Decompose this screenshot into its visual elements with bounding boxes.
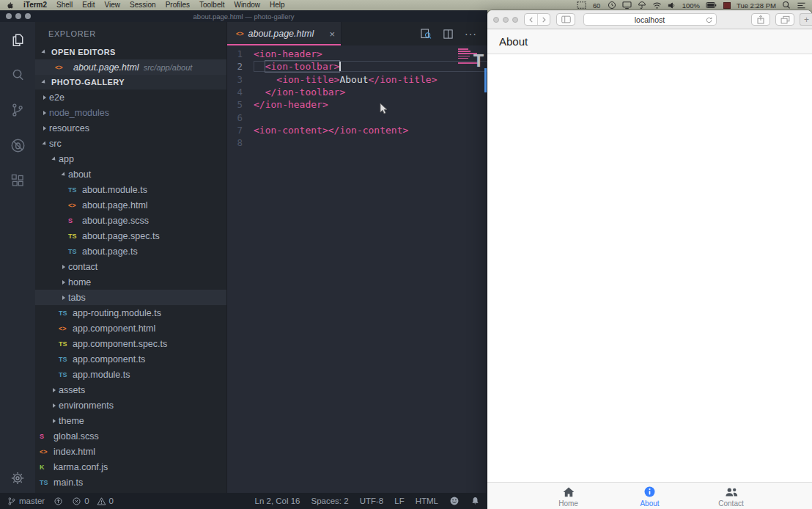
eol-setting[interactable]: LF: [394, 497, 404, 505]
tree-item-app.component.html[interactable]: <>app.component.html: [35, 321, 226, 336]
open-editors-section[interactable]: OPEN EDITORS: [35, 45, 226, 59]
line-number[interactable]: 7: [227, 125, 254, 136]
sync-changes-button[interactable]: [53, 497, 63, 506]
code-line-1[interactable]: 1<ion-header>: [227, 48, 487, 60]
code-line-7[interactable]: 7<ion-content></ion-content>: [227, 124, 487, 136]
tree-item-main.ts[interactable]: TSmain.ts: [35, 475, 226, 490]
debug-icon[interactable]: [0, 128, 35, 163]
tree-item-index.html[interactable]: <>index.html: [35, 444, 226, 459]
tree-item-app.component.spec.ts[interactable]: TSapp.component.spec.ts: [35, 336, 226, 351]
cursor-position[interactable]: Ln 2, Col 16: [255, 497, 300, 505]
zoom-window-button[interactable]: [25, 13, 31, 19]
tab-home[interactable]: Home: [528, 483, 609, 509]
code-editor[interactable]: 1<ion-header>2 <ion-toolbar>3 <ion-title…: [227, 45, 487, 493]
code-line-5[interactable]: 5</ion-header>: [227, 98, 487, 111]
menu-item-session[interactable]: Session: [130, 0, 156, 10]
menu-item-help[interactable]: Help: [270, 0, 285, 10]
tree-item-about.module.ts[interactable]: TSabout.module.ts: [35, 182, 226, 197]
menu-bar-clock[interactable]: Tue 2:28 PM: [737, 1, 776, 10]
language-mode[interactable]: HTML: [416, 497, 438, 505]
forward-button[interactable]: [537, 14, 550, 25]
tab-contact[interactable]: Contact: [690, 483, 772, 509]
clock-icon[interactable]: [608, 1, 616, 10]
files-icon[interactable]: [0, 22, 35, 57]
minimize-window-button[interactable]: [15, 13, 21, 19]
extensions-icon[interactable]: [0, 163, 35, 198]
line-number[interactable]: 1: [227, 48, 254, 59]
refresh-icon[interactable]: [705, 16, 713, 24]
code-line-3[interactable]: 3 <ion-title>About</ion-title>: [227, 73, 487, 86]
tree-item-about.page.spec.ts[interactable]: TSabout.page.spec.ts: [35, 228, 226, 243]
settings-gear-icon[interactable]: [0, 471, 35, 486]
tree-item-karma.conf.js[interactable]: Kkarma.conf.js: [35, 459, 226, 475]
menu-item-toolbelt[interactable]: Toolbelt: [199, 0, 224, 10]
spotlight-icon[interactable]: [782, 1, 791, 10]
git-branch-indicator[interactable]: master: [7, 497, 45, 506]
line-number[interactable]: 5: [227, 99, 254, 110]
display-icon[interactable]: [622, 1, 632, 10]
wifi-icon[interactable]: [652, 1, 662, 10]
app-status-icon[interactable]: [723, 2, 731, 9]
minimize-window-button[interactable]: [503, 17, 509, 23]
close-window-button[interactable]: [6, 13, 12, 19]
source-control-icon[interactable]: [0, 92, 35, 128]
tree-item-contact[interactable]: contact: [35, 259, 226, 274]
tree-item-app.module.ts[interactable]: TSapp.module.ts: [35, 367, 226, 382]
umbrella-icon[interactable]: [638, 1, 646, 10]
line-number[interactable]: 6: [227, 112, 254, 123]
apple-menu-icon[interactable]: [6, 1, 14, 10]
code-line-6[interactable]: 6: [227, 111, 487, 123]
tab-about[interactable]: About: [609, 483, 690, 509]
code-line-8[interactable]: 8: [227, 136, 487, 149]
share-icon[interactable]: [751, 13, 770, 26]
tree-item-app.component.ts[interactable]: TSapp.component.ts: [35, 351, 226, 367]
zoom-window-button[interactable]: [512, 17, 518, 23]
tree-item-theme[interactable]: theme: [35, 413, 226, 428]
tree-item-app[interactable]: app: [35, 151, 226, 166]
close-window-button[interactable]: [493, 17, 499, 23]
open-editor-item[interactable]: <> about.page.html src/app/about: [35, 59, 226, 75]
notification-center-icon[interactable]: [797, 1, 806, 10]
tree-item-environments[interactable]: environments: [35, 398, 226, 413]
tree-item-about[interactable]: about: [35, 166, 226, 182]
notifications-bell-icon[interactable]: [470, 496, 480, 506]
address-bar[interactable]: localhost: [583, 13, 717, 26]
project-section[interactable]: PHOTO-GALLERY: [35, 75, 226, 89]
menu-item-profiles[interactable]: Profiles: [166, 0, 190, 10]
back-button[interactable]: [525, 14, 537, 25]
tree-item-src[interactable]: src: [35, 136, 226, 151]
line-number[interactable]: 2: [227, 61, 254, 72]
tree-item-assets[interactable]: assets: [35, 382, 226, 398]
counter-badge-icon[interactable]: 60: [592, 1, 602, 10]
screen-capture-icon[interactable]: [577, 1, 586, 10]
line-number[interactable]: 4: [227, 87, 254, 98]
tree-item-e2e[interactable]: e2e: [35, 89, 226, 105]
tree-item-global.scss[interactable]: Sglobal.scss: [35, 428, 226, 444]
tab-about-page-html[interactable]: <> about.page.html ×: [227, 22, 342, 45]
code-line-4[interactable]: 4 </ion-toolbar>: [227, 86, 487, 98]
line-number[interactable]: 3: [227, 74, 254, 85]
more-actions-icon[interactable]: ···: [465, 28, 477, 40]
battery-icon[interactable]: [706, 1, 717, 10]
search-icon[interactable]: [0, 57, 35, 92]
tree-item-home[interactable]: home: [35, 274, 226, 290]
tree-item-about.page.ts[interactable]: TSabout.page.ts: [35, 243, 226, 259]
vscode-title-bar[interactable]: about.page.html — photo-gallery: [0, 10, 487, 22]
tree-item-app-routing.module.ts[interactable]: TSapp-routing.module.ts: [35, 305, 226, 321]
line-number[interactable]: 8: [227, 137, 254, 148]
code-line-2[interactable]: 2 <ion-toolbar>: [227, 60, 487, 73]
tab-overview-icon[interactable]: [775, 13, 794, 26]
indentation-setting[interactable]: Spaces: 2: [311, 497, 349, 505]
split-editor-icon[interactable]: [443, 29, 454, 40]
sidebar-toggle-icon[interactable]: [556, 13, 575, 26]
menu-item-window[interactable]: Window: [234, 0, 260, 10]
encoding-setting[interactable]: UTF-8: [360, 497, 384, 505]
feedback-smiley-icon[interactable]: [449, 496, 459, 506]
menu-item-iterm2[interactable]: iTerm2: [23, 0, 47, 10]
tree-item-resources[interactable]: resources: [35, 120, 226, 136]
tree-item-tabs[interactable]: tabs: [35, 290, 226, 305]
new-tab-button[interactable]: +: [800, 13, 812, 26]
problems-indicator[interactable]: 0 0: [72, 497, 114, 506]
close-icon[interactable]: ×: [329, 29, 335, 39]
tree-item-about.page.scss[interactable]: Sabout.page.scss: [35, 213, 226, 228]
